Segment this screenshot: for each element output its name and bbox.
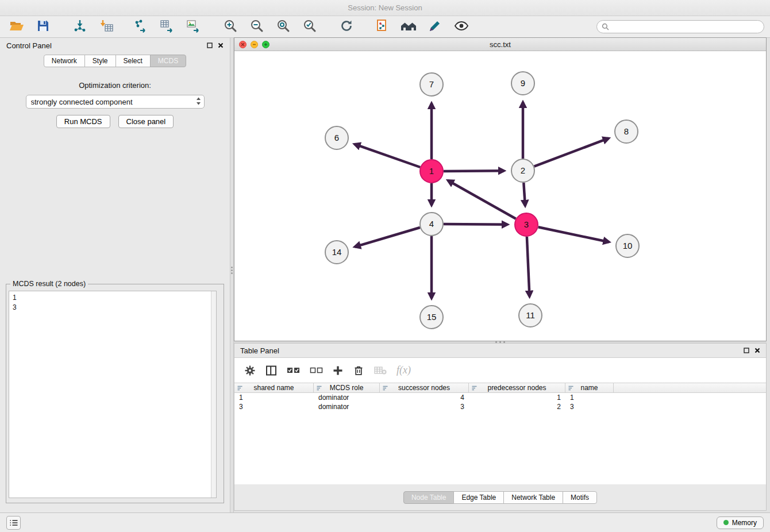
maximize-window-icon[interactable] <box>262 41 270 48</box>
minimize-window-icon[interactable] <box>251 41 258 48</box>
zoom-in-icon <box>224 19 237 34</box>
zoom-in-button[interactable] <box>220 18 241 36</box>
edge-3-10[interactable] <box>538 227 609 242</box>
open-session-button[interactable] <box>6 18 28 36</box>
tab-select[interactable]: Select <box>116 55 151 67</box>
save-session-icon <box>36 19 50 34</box>
edge-3-11[interactable] <box>527 237 530 296</box>
node-11[interactable]: 11 <box>519 304 542 327</box>
close-window-icon[interactable] <box>239 41 247 48</box>
node-1[interactable]: 1 <box>420 160 443 183</box>
trash-icon <box>353 365 364 376</box>
task-history-button[interactable] <box>6 516 21 530</box>
network-window-titlebar[interactable]: scc.txt <box>234 38 766 51</box>
node-label: 7 <box>429 79 434 89</box>
create-column-button[interactable] <box>333 365 343 376</box>
select-all-columns-button[interactable] <box>287 367 300 375</box>
float-panel-icon[interactable] <box>207 43 213 48</box>
node-2[interactable]: 2 <box>511 159 534 182</box>
plus-icon <box>333 365 343 376</box>
edge-1-6[interactable] <box>355 144 420 167</box>
edge-4-3[interactable] <box>444 224 507 225</box>
tab-mcds[interactable]: MCDS <box>150 55 186 67</box>
node-7[interactable]: 7 <box>420 73 443 96</box>
node-table: f(x) shared nameMCDS rolesuccessor nodes… <box>234 357 766 485</box>
export-image-icon <box>186 19 201 34</box>
export-network-icon <box>133 19 148 34</box>
mcds-result-text[interactable]: 1 3 <box>9 291 217 498</box>
toolbar-group <box>336 18 357 36</box>
tab-network-table[interactable]: Network Table <box>503 491 563 504</box>
node-4[interactable]: 4 <box>420 213 443 236</box>
column-header-MCDS-role[interactable]: MCDS role <box>314 383 380 392</box>
delete-column-button[interactable] <box>353 365 364 376</box>
show-hide-panel-icon <box>454 19 469 34</box>
optimization-select[interactable]: strongly connected component <box>26 95 205 109</box>
node-10[interactable]: 10 <box>616 234 639 257</box>
node-8[interactable]: 8 <box>615 120 638 143</box>
node-14[interactable]: 14 <box>325 241 348 264</box>
node-label: 14 <box>332 247 342 257</box>
export-network-button[interactable] <box>130 18 152 36</box>
close-panel-icon[interactable] <box>218 43 224 48</box>
network-canvas[interactable]: 7968124314101511 <box>234 51 766 341</box>
node-label: 11 <box>526 310 535 320</box>
tab-style[interactable]: Style <box>84 55 116 67</box>
main-toolbar <box>0 16 770 38</box>
run-mcds-button[interactable]: Run MCDS <box>56 115 110 128</box>
zoom-selected-icon <box>303 19 317 34</box>
node-label: 2 <box>521 165 525 175</box>
table-panel-header: Table Panel <box>234 344 766 357</box>
table-row[interactable]: 3dominator323 <box>234 402 766 411</box>
apply-style-button[interactable] <box>424 18 446 36</box>
export-image-button[interactable] <box>183 18 205 36</box>
zoom-out-button[interactable] <box>246 18 268 36</box>
show-hide-panel-button[interactable] <box>451 18 472 36</box>
edge-2-8[interactable] <box>534 138 609 167</box>
refresh-layout-button[interactable] <box>336 18 357 36</box>
edge-1-2[interactable] <box>444 171 504 171</box>
tab-motifs[interactable]: Motifs <box>563 491 597 504</box>
zoom-fit-button[interactable] <box>272 18 294 36</box>
clone-network-button[interactable] <box>371 18 393 36</box>
result-scrollbar[interactable] <box>211 291 216 498</box>
edge-4-14[interactable] <box>355 228 420 247</box>
node-label: 4 <box>429 219 434 229</box>
column-header-predecessor-nodes[interactable]: predecessor nodes <box>469 383 565 392</box>
node-15[interactable]: 15 <box>420 306 443 329</box>
select-arrows-icon <box>195 97 202 107</box>
column-header-successor-nodes[interactable]: successor nodes <box>380 383 469 392</box>
import-network-button[interactable] <box>69 18 91 36</box>
tab-edge-table[interactable]: Edge Table <box>453 491 504 504</box>
node-3[interactable]: 3 <box>515 213 538 236</box>
column-header-name[interactable]: name <box>565 383 614 392</box>
toolbar-group <box>220 18 321 36</box>
export-table-button[interactable] <box>156 18 178 36</box>
close-table-panel-icon[interactable] <box>754 348 760 353</box>
vertical-splitter[interactable] <box>230 38 234 512</box>
node-6[interactable]: 6 <box>325 126 348 149</box>
first-neighbors-button[interactable] <box>398 18 419 36</box>
import-table-button[interactable] <box>95 18 117 36</box>
unselect-all-columns-button[interactable] <box>310 367 323 375</box>
edge-3-1[interactable] <box>448 180 516 219</box>
column-header-shared-name[interactable]: shared name <box>234 383 314 392</box>
optimization-select-value: strongly connected component <box>31 98 195 106</box>
search-input[interactable] <box>612 21 764 33</box>
float-table-panel-icon[interactable] <box>744 348 749 353</box>
tab-network[interactable]: Network <box>44 55 85 67</box>
import-network-icon <box>73 19 87 34</box>
show-column-panel-button[interactable] <box>265 365 277 376</box>
zoom-selected-button[interactable] <box>299 18 321 36</box>
memory-status-icon <box>723 520 729 525</box>
table-settings-button[interactable] <box>244 365 256 376</box>
memory-button[interactable]: Memory <box>717 516 764 529</box>
edge-2-3[interactable] <box>523 183 525 206</box>
window-title: Session: New Session <box>348 3 422 12</box>
table-row[interactable]: 1dominator411 <box>234 393 766 402</box>
clone-network-icon <box>375 19 389 34</box>
save-session-button[interactable] <box>32 18 54 36</box>
close-panel-button[interactable]: Close panel <box>118 115 174 128</box>
node-9[interactable]: 9 <box>511 72 534 95</box>
tab-node-table[interactable]: Node Table <box>403 491 455 504</box>
